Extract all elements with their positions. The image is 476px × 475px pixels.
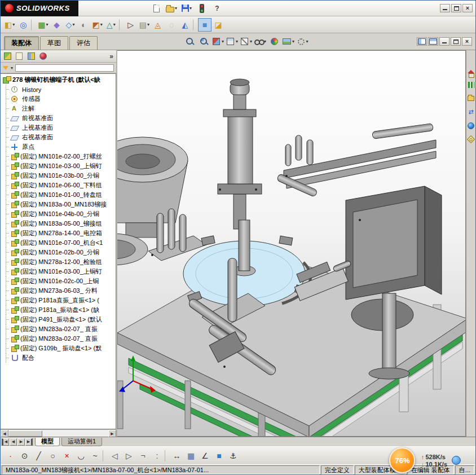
zoom-area[interactable]: ▾ bbox=[197, 36, 210, 48]
last-tab-button[interactable]: ▶ bbox=[25, 438, 33, 446]
scroll-thumb[interactable] bbox=[8, 430, 42, 437]
tree-item[interactable]: (固定) MN278a-12-00_检验组 bbox=[1, 257, 116, 267]
tree-item[interactable]: (固定) MN101e-02-00_打螺丝 bbox=[1, 152, 116, 161]
tree-item[interactable]: 前视基准面 bbox=[1, 113, 116, 123]
command-tab[interactable]: 草图 bbox=[40, 36, 68, 50]
sep-a[interactable] bbox=[103, 450, 107, 461]
menu-item[interactable] bbox=[110, 7, 118, 10]
dimension-tool[interactable]: ↔ bbox=[170, 449, 183, 462]
tree-item[interactable]: (固定) MN283a-02-07_ 直振 bbox=[1, 324, 116, 334]
appearances-scenes[interactable] bbox=[467, 121, 475, 130]
spline[interactable]: ~ bbox=[89, 449, 102, 462]
measure-box[interactable]: ■ bbox=[213, 449, 226, 462]
tree-item[interactable]: (固定) G109b_ 振动盘<1> (默 bbox=[1, 344, 116, 353]
bottom-tab[interactable]: 运动算例1 bbox=[61, 438, 102, 446]
tree-item[interactable]: 上视基准面 bbox=[1, 123, 116, 133]
command-tab[interactable]: 评估 bbox=[69, 36, 98, 50]
assembly-features[interactable]: ◩ ▾ bbox=[91, 18, 104, 32]
tree-item[interactable]: (固定) MN183a-05-00_铆接组 bbox=[1, 219, 116, 228]
display-style[interactable]: ▾ bbox=[240, 36, 252, 48]
select-point[interactable]: · bbox=[4, 449, 17, 462]
first-tab-button[interactable]: ◀ bbox=[2, 438, 9, 446]
tree-item[interactable]: History bbox=[1, 85, 116, 94]
reference-geometry[interactable]: △ ▾ bbox=[104, 18, 118, 32]
trim-entities[interactable]: × bbox=[60, 449, 73, 462]
explode-line-sketch[interactable]: ◌ ▾ bbox=[165, 18, 178, 32]
dimxpert-tab[interactable] bbox=[38, 51, 48, 61]
3d-viewport[interactable] bbox=[117, 50, 466, 437]
mate[interactable]: ◎ ▾ bbox=[16, 18, 30, 32]
solidworks-resources[interactable] bbox=[467, 67, 475, 76]
tree-item[interactable]: (固定) P491_振动盘<1> (默认 bbox=[1, 315, 116, 324]
apply-scene[interactable]: ▾ bbox=[282, 36, 294, 48]
minimize-button[interactable] bbox=[440, 4, 450, 12]
tree-item[interactable]: (固定) MN101e-07-00_机台<1 bbox=[1, 238, 116, 248]
tree-item[interactable]: 配合 bbox=[1, 353, 116, 363]
command-tab[interactable]: 装配体 bbox=[4, 36, 39, 50]
configurationmanager-tab[interactable] bbox=[26, 51, 36, 61]
tree-item[interactable]: (固定) MN283a-02-07_ 直振 bbox=[1, 334, 116, 344]
menu-item[interactable] bbox=[94, 7, 102, 10]
zoom-fit[interactable]: ▾ bbox=[183, 36, 196, 48]
status-light-button[interactable] bbox=[195, 2, 209, 15]
menu-item[interactable] bbox=[118, 7, 126, 10]
edit-appearance[interactable]: ▾ bbox=[268, 36, 280, 48]
featuremanager-tree-tab[interactable] bbox=[2, 51, 12, 61]
exploded-view[interactable]: ◬ ▾ bbox=[151, 18, 165, 32]
line[interactable]: ╱ bbox=[32, 449, 45, 462]
anchor[interactable]: ⚓ bbox=[227, 449, 240, 462]
move-component[interactable]: ◇ ▾ bbox=[64, 18, 77, 32]
doc-minimize-button[interactable] bbox=[439, 37, 449, 46]
help-button[interactable]: ? bbox=[210, 2, 224, 15]
tree-item[interactable]: (固定) MN101e-03-00_上铜钉 bbox=[1, 267, 116, 276]
split-pane-button[interactable] bbox=[417, 37, 427, 46]
split-pane-horizontal-button[interactable] bbox=[428, 37, 438, 46]
show-hidden-components[interactable]: ◐ ▾ bbox=[77, 18, 91, 32]
next-tab-button[interactable]: ▶ bbox=[17, 438, 25, 446]
tree-item[interactable]: (固定) MN101e-06-00_下料组 bbox=[1, 181, 116, 190]
interference-detection[interactable]: ◭ ▾ bbox=[178, 18, 192, 32]
tree-item[interactable]: (固定) P181a_振动盘<1> (缺 bbox=[1, 305, 116, 315]
grid-snap[interactable]: ▦ bbox=[184, 449, 197, 462]
restore-button[interactable] bbox=[451, 4, 461, 12]
tree-item[interactable]: (固定) MN101e-02b-00_分铜 bbox=[1, 248, 116, 257]
tree-root-item[interactable]: 278 铆银钉机铆端子机 (默认<缺 bbox=[1, 75, 116, 85]
sep-1[interactable]: ▾ bbox=[31, 19, 35, 30]
smart-fasteners[interactable]: ◆ ▾ bbox=[50, 18, 64, 32]
section-view[interactable]: ▾ bbox=[211, 36, 224, 48]
save-button[interactable]: ▾ bbox=[180, 2, 193, 15]
instant3d[interactable]: ◪ ▾ bbox=[211, 18, 225, 32]
corner-rectangle[interactable]: ¬ bbox=[136, 449, 149, 462]
tree-item[interactable]: (固定) MN101e-03b-00_分铜 bbox=[1, 171, 116, 181]
hide-show-items[interactable]: ▾ bbox=[254, 36, 266, 48]
tree-item[interactable]: (固定) MN101e-04b-00_分铜 bbox=[1, 209, 116, 219]
component-pattern[interactable]: ▦ ▾ bbox=[36, 18, 50, 32]
tree-item[interactable]: (固定) MN273a-06-03_ 分料 bbox=[1, 286, 116, 296]
tree-item[interactable]: (固定) MN101e-02c-00_上铜 bbox=[1, 276, 116, 286]
large-assembly-mode[interactable]: ■ ▾ bbox=[198, 18, 211, 32]
sep-2[interactable]: ▾ bbox=[119, 19, 123, 30]
filter-input[interactable] bbox=[15, 64, 114, 72]
filter-caret-icon[interactable]: ▾ bbox=[11, 65, 13, 71]
menu-item[interactable] bbox=[78, 7, 86, 10]
tree-item[interactable]: (固定) MN183a-00_MN183铆接 bbox=[1, 200, 116, 209]
prev-tab-button[interactable]: ◀ bbox=[10, 438, 17, 446]
doc-close-button[interactable]: × bbox=[462, 37, 472, 46]
sep-b[interactable] bbox=[165, 450, 169, 461]
bottom-tab[interactable]: 模型 bbox=[35, 438, 60, 446]
filter-funnel-icon[interactable] bbox=[3, 66, 8, 70]
arc[interactable]: ◡ bbox=[74, 449, 87, 462]
menu-item[interactable] bbox=[134, 7, 142, 10]
progress-ring[interactable]: 76% bbox=[389, 447, 415, 473]
view-settings[interactable]: ▾ bbox=[296, 36, 308, 48]
float-ball-icon[interactable] bbox=[452, 456, 461, 465]
tree-item[interactable]: (固定) MN101e-01-00_转盘组 bbox=[1, 190, 116, 200]
scroll-track[interactable] bbox=[42, 430, 108, 437]
smart-dimension[interactable]: ⊙ bbox=[18, 449, 31, 462]
tree-item[interactable]: 原点 bbox=[1, 142, 116, 152]
tree-item[interactable]: 注解 bbox=[1, 104, 116, 113]
tree-item[interactable]: (固定) P181a直振_直振<1> ( bbox=[1, 296, 116, 305]
menu-item[interactable] bbox=[86, 7, 94, 10]
menu-item[interactable] bbox=[102, 7, 110, 10]
tree-item[interactable]: (固定) MN101e-03-00_上铜钉 bbox=[1, 161, 116, 171]
